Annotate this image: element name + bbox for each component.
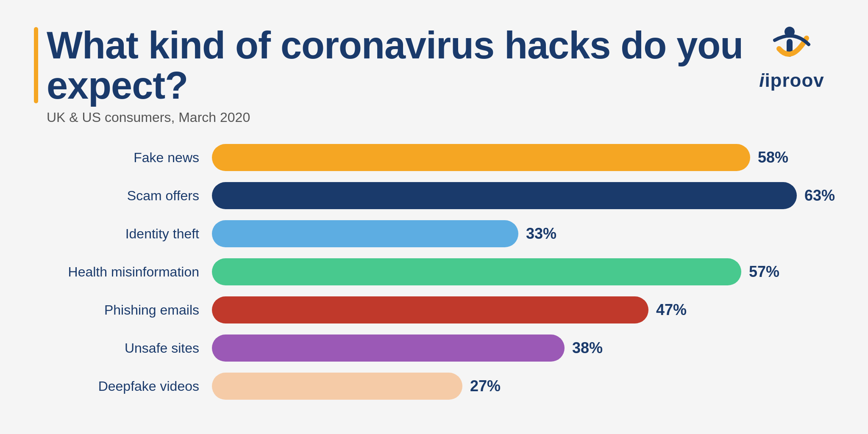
bar-label: Scam offers xyxy=(51,188,212,204)
bar-fill xyxy=(212,296,648,323)
bar-percentage: 38% xyxy=(572,339,603,357)
bar-row: Fake news58% xyxy=(51,142,834,173)
title-text: What kind of coronavirus hacks do you ex… xyxy=(47,25,749,125)
bar-row: Deepfake videos27% xyxy=(51,371,834,401)
main-title: What kind of coronavirus hacks do you ex… xyxy=(47,25,749,105)
logo-area: iiproov xyxy=(749,25,834,91)
title-section: What kind of coronavirus hacks do you ex… xyxy=(34,25,749,125)
header-area: What kind of coronavirus hacks do you ex… xyxy=(34,25,834,125)
bar-percentage: 47% xyxy=(656,301,687,319)
bar-percentage: 33% xyxy=(526,225,556,243)
bar-fill xyxy=(212,220,518,247)
bar-label: Identity theft xyxy=(51,226,212,242)
bar-label: Health misinformation xyxy=(51,264,212,280)
iproov-logo-icon xyxy=(766,25,817,68)
bar-container: 63% xyxy=(212,182,835,209)
subtitle: UK & US consumers, March 2020 xyxy=(47,110,749,125)
logo-text: iiproov xyxy=(759,70,824,91)
bar-row: Scam offers63% xyxy=(51,180,834,211)
bar-percentage: 58% xyxy=(758,149,788,166)
bar-row: Identity theft33% xyxy=(51,218,834,249)
bar-percentage: 27% xyxy=(470,377,501,395)
bar-row: Unsafe sites38% xyxy=(51,333,834,363)
chart-area: Fake news58%Scam offers63%Identity theft… xyxy=(34,142,834,401)
bar-fill xyxy=(212,182,797,209)
bar-container: 57% xyxy=(212,258,834,285)
bar-fill xyxy=(212,258,741,285)
bar-percentage: 63% xyxy=(804,187,835,205)
bar-label: Unsafe sites xyxy=(51,340,212,356)
bar-label: Phishing emails xyxy=(51,302,212,318)
gold-bar-decoration xyxy=(34,27,38,103)
bar-container: 47% xyxy=(212,296,834,323)
bar-container: 38% xyxy=(212,334,834,362)
bar-fill xyxy=(212,334,565,362)
bar-percentage: 57% xyxy=(749,263,779,281)
bar-label: Fake news xyxy=(51,150,212,166)
bar-container: 58% xyxy=(212,144,834,171)
main-card: What kind of coronavirus hacks do you ex… xyxy=(0,0,868,434)
bar-container: 33% xyxy=(212,220,834,247)
bar-container: 27% xyxy=(212,373,834,400)
bar-fill xyxy=(212,373,462,400)
bar-row: Phishing emails47% xyxy=(51,295,834,325)
bar-fill xyxy=(212,144,750,171)
bar-label: Deepfake videos xyxy=(51,379,212,394)
bar-row: Health misinformation57% xyxy=(51,257,834,287)
